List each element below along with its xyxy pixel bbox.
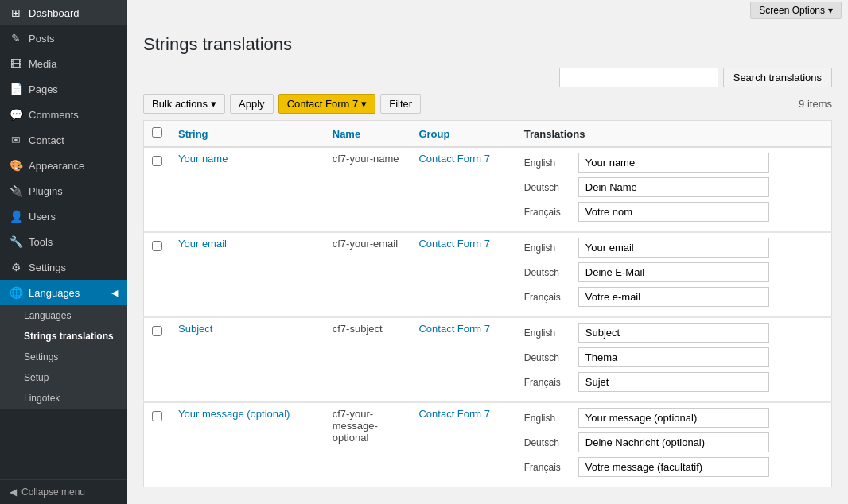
languages-submenu: Languages Strings translations Settings … <box>0 305 127 409</box>
translation-input-2-2[interactable] <box>578 372 769 392</box>
lang-row-1-2: Français <box>524 287 823 307</box>
sidebar: ⊞ Dashboard ✎ Posts 🎞 Media 📄 Pages 💬 Co… <box>0 0 127 504</box>
filter-button[interactable]: Filter <box>380 94 421 114</box>
settings-icon: ⚙ <box>10 261 22 273</box>
translation-input-1-1[interactable] <box>578 262 769 282</box>
lang-label: Deutsch <box>524 437 572 448</box>
sidebar-item-appearance[interactable]: 🎨 Appearance <box>0 153 127 178</box>
select-all-checkbox[interactable] <box>152 127 162 138</box>
row-group-cell: Contact Form 7 <box>410 232 515 317</box>
col-header-checkbox <box>144 121 171 148</box>
row-translations-cell: EnglishDeutschFrançais <box>516 317 832 402</box>
translation-input-0-2[interactable] <box>578 202 769 222</box>
row-string-cell: Subject <box>170 317 325 402</box>
sidebar-item-users[interactable]: 👤 Users <box>0 204 127 229</box>
toolbar: Bulk actions ▾ Apply Contact Form 7 ▾ Fi… <box>143 94 832 114</box>
submenu-lingotek[interactable]: Lingotek <box>0 388 127 409</box>
group-link[interactable]: Contact Form 7 <box>418 238 490 250</box>
sidebar-item-settings[interactable]: ⚙ Settings <box>0 254 127 280</box>
col-header-group[interactable]: Group <box>410 121 515 148</box>
lang-label: Deutsch <box>524 352 572 363</box>
languages-arrow: ◀ <box>111 288 118 298</box>
row-group-cell: Contact Form 7 <box>410 147 515 232</box>
row-string-cell: Your message (optional) <box>170 402 325 487</box>
submenu-settings[interactable]: Settings <box>0 347 127 367</box>
translation-input-1-2[interactable] <box>578 287 769 307</box>
lang-row-3-0: English <box>524 408 823 428</box>
sidebar-item-languages[interactable]: 🌐 Languages ◀ <box>0 280 127 305</box>
lang-row-1-1: Deutsch <box>524 262 823 282</box>
lang-row-3-2: Français <box>524 457 823 477</box>
lang-label: English <box>524 157 572 169</box>
lang-row-2-0: English <box>524 323 823 343</box>
translation-input-0-0[interactable] <box>578 153 769 173</box>
lang-label: Deutsch <box>524 182 572 193</box>
search-input[interactable] <box>559 68 718 87</box>
col-header-translations: Translations <box>516 121 832 148</box>
row-checkbox-cell <box>144 402 171 487</box>
search-translations-button[interactable]: Search translations <box>723 68 832 87</box>
translation-input-3-0[interactable] <box>578 408 769 428</box>
string-link[interactable]: Your email <box>178 238 227 250</box>
table-row: Subjectcf7-subjectContact Form 7EnglishD… <box>144 317 832 402</box>
media-icon: 🎞 <box>10 57 22 70</box>
languages-icon: 🌐 <box>10 286 22 299</box>
lang-label: Français <box>524 207 572 218</box>
submenu-languages[interactable]: Languages <box>0 305 127 326</box>
submenu-strings-translations[interactable]: Strings translations <box>0 326 127 347</box>
sidebar-item-plugins[interactable]: 🔌 Plugins <box>0 178 127 204</box>
sidebar-item-contact[interactable]: ✉ Contact <box>0 127 127 153</box>
group-link[interactable]: Contact Form 7 <box>418 323 490 335</box>
group-link[interactable]: Contact Form 7 <box>418 408 490 420</box>
tools-icon: 🔧 <box>10 235 22 248</box>
string-link[interactable]: Your name <box>178 153 228 165</box>
pages-icon: 📄 <box>10 83 22 95</box>
submenu-setup[interactable]: Setup <box>0 367 127 388</box>
translation-input-0-1[interactable] <box>578 177 769 197</box>
row-translations-cell: EnglishDeutschFrançais <box>516 402 832 487</box>
row-checkbox-0[interactable] <box>152 156 162 166</box>
translation-input-3-2[interactable] <box>578 457 769 477</box>
sidebar-item-pages[interactable]: 📄 Pages <box>0 76 127 102</box>
row-checkbox-3[interactable] <box>152 411 162 421</box>
sidebar-item-dashboard[interactable]: ⊞ Dashboard <box>0 0 127 25</box>
dashboard-icon: ⊞ <box>10 6 22 19</box>
lang-label: English <box>524 242 572 254</box>
table-row: Your emailcf7-your-emailContact Form 7En… <box>144 232 832 317</box>
lang-label: Deutsch <box>524 267 572 278</box>
row-checkbox-cell <box>144 147 171 232</box>
lang-label: Français <box>524 462 572 473</box>
row-string-cell: Your name <box>170 147 325 232</box>
sidebar-item-comments[interactable]: 💬 Comments <box>0 102 127 127</box>
row-name-cell: cf7-your-email <box>325 232 411 317</box>
sidebar-item-tools[interactable]: 🔧 Tools <box>0 229 127 254</box>
sidebar-item-media[interactable]: 🎞 Media <box>0 51 127 76</box>
row-checkbox-1[interactable] <box>152 241 162 251</box>
row-group-cell: Contact Form 7 <box>410 402 515 487</box>
sidebar-item-posts[interactable]: ✎ Posts <box>0 25 127 51</box>
posts-icon: ✎ <box>10 32 22 45</box>
search-row: Search translations <box>143 68 832 87</box>
row-checkbox-cell <box>144 232 171 317</box>
translation-input-3-1[interactable] <box>578 432 769 452</box>
col-header-name[interactable]: Name <box>325 121 411 148</box>
screen-options-bar: Screen Options ▾ <box>127 0 848 21</box>
col-header-string[interactable]: String <box>170 121 325 148</box>
lang-row-2-2: Français <box>524 372 823 392</box>
bulk-actions-button[interactable]: Bulk actions ▾ <box>143 94 225 114</box>
collapse-menu-button[interactable]: ◀ Collapse menu <box>0 479 127 504</box>
string-link[interactable]: Subject <box>178 323 212 335</box>
sidebar-bottom: ◀ Collapse menu <box>0 479 127 504</box>
apply-button[interactable]: Apply <box>230 94 274 114</box>
screen-options-button[interactable]: Screen Options ▾ <box>750 2 842 19</box>
translation-input-2-0[interactable] <box>578 323 769 343</box>
translation-input-1-0[interactable] <box>578 238 769 258</box>
table-row: Your namecf7-your-nameContact Form 7Engl… <box>144 147 832 232</box>
table-header-row: String Name Group Translations <box>144 121 832 148</box>
string-link[interactable]: Your message (optional) <box>178 408 290 420</box>
row-checkbox-2[interactable] <box>152 326 162 336</box>
contact-form-filter-button[interactable]: Contact Form 7 ▾ <box>278 94 376 114</box>
group-link[interactable]: Contact Form 7 <box>418 153 490 165</box>
row-name-cell: cf7-your-name <box>325 147 411 232</box>
translation-input-2-1[interactable] <box>578 347 769 367</box>
